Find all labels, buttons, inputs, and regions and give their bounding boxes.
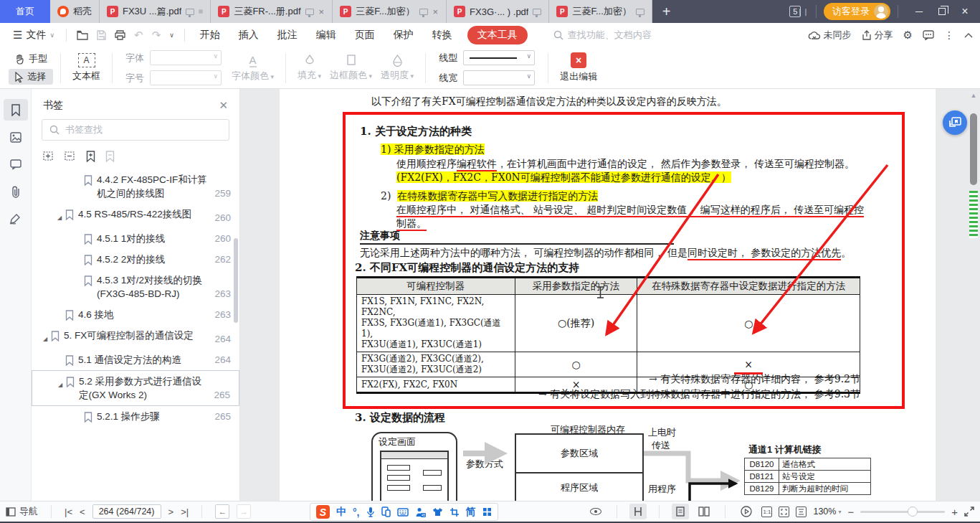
expand-triangle-icon[interactable]: ◢ <box>57 211 65 225</box>
tab-home[interactable]: 首页 <box>0 0 50 23</box>
redo-icon[interactable]: ↷ <box>152 29 161 42</box>
fullscreen-button[interactable] <box>964 506 974 517</box>
opacity-button[interactable]: 透明度 ▾ <box>376 54 418 82</box>
sogou-logo-icon[interactable]: S <box>316 505 330 519</box>
play-read-button[interactable] <box>738 504 755 519</box>
comments-panel-button[interactable] <box>4 154 28 175</box>
save-icon[interactable] <box>97 30 106 40</box>
tab-document-5[interactable]: PFX3G·... ) .pdf <box>447 0 549 23</box>
first-page-button[interactable]: |< <box>65 506 72 517</box>
tab-document-3[interactable]: P三菱FR-...册.pdf× <box>211 0 333 23</box>
fit-page-button[interactable] <box>779 506 789 517</box>
bookmark-item[interactable]: 4.6 接地263 <box>32 304 239 325</box>
attachments-panel-button[interactable] <box>4 181 28 202</box>
tab-document-6[interactable]: P三菱F...加密） <box>549 0 652 23</box>
last-page-button[interactable]: >| <box>181 506 189 517</box>
ime-punctuation[interactable]: °, <box>353 506 360 518</box>
actual-size-button[interactable]: 1:1 <box>761 506 772 517</box>
tab-document-2[interactable]: PFX3U ...篇.pdf <box>100 0 211 23</box>
view-back-button[interactable]: ← <box>215 504 229 519</box>
bookmark-item[interactable]: ◢4.5 RS-485/RS-422接线图260 <box>32 204 239 228</box>
collapse-all-button[interactable] <box>65 151 76 162</box>
ime-skin-person-icon[interactable]: 45 <box>415 507 426 517</box>
fit-width-button[interactable] <box>796 506 807 517</box>
menu-item-1[interactable]: 插入 <box>229 29 268 42</box>
tab-close-icon[interactable]: × <box>318 6 325 17</box>
vertical-scrollbar[interactable]: ▲ <box>969 92 978 498</box>
expand-triangle-icon[interactable]: ◢ <box>43 332 50 346</box>
line-width-dropdown[interactable] <box>463 70 535 85</box>
line-type-dropdown[interactable] <box>463 50 535 65</box>
close-panel-icon[interactable]: ✕ <box>219 99 228 112</box>
undo-icon[interactable]: ↶ <box>134 29 143 42</box>
menu-item-2[interactable]: 批注 <box>268 29 307 42</box>
minimize-button[interactable]: ─ <box>908 1 930 22</box>
textbox-button[interactable]: A 文本框 <box>68 53 105 83</box>
tab-list-button[interactable]: 5 ❘❘ <box>789 6 809 17</box>
file-menu[interactable]: ☰ 文件 ∨ <box>7 29 60 42</box>
font-family-dropdown[interactable] <box>150 50 222 65</box>
zoom-in-button[interactable]: + <box>951 506 958 518</box>
bookmark-item[interactable]: 4.5.2 2对的接线262 <box>32 249 239 270</box>
print-icon[interactable] <box>115 30 125 40</box>
ime-mic-icon[interactable] <box>366 506 375 517</box>
scrollbar-thumb[interactable] <box>970 113 977 185</box>
remove-bookmark-button[interactable] <box>105 151 115 162</box>
comment-feedback-icon[interactable] <box>923 30 934 40</box>
bookmark-item[interactable]: 4.5.3 1对/2对接线的切换(FX3G-485-BD-RJ)263 <box>32 270 239 304</box>
more-menu-icon[interactable]: ⋮ <box>944 29 954 41</box>
bookmark-scrollbar[interactable] <box>234 238 238 323</box>
zoom-slider-knob[interactable] <box>908 506 918 517</box>
tab-docer[interactable]: 稻壳 <box>50 0 100 23</box>
thumbnails-panel-button[interactable] <box>4 126 28 148</box>
bookmark-item[interactable]: ◢5. FX可编程控制器的通信设定264 <box>32 325 239 349</box>
share-button[interactable]: 分享 <box>862 29 893 42</box>
menu-item-5[interactable]: 保护 <box>384 29 423 42</box>
view-forward-button[interactable]: → <box>237 504 251 519</box>
single-page-button[interactable] <box>672 504 689 519</box>
global-search[interactable]: 查找功能、文档内容 <box>553 29 652 42</box>
menu-item-4[interactable]: 页面 <box>346 29 384 42</box>
expand-triangle-icon[interactable]: ◢ <box>58 378 65 392</box>
page-number-input[interactable]: 264 (264/724) <box>92 504 161 519</box>
ime-screenshot-icon[interactable] <box>449 507 460 517</box>
bookmark-search-input[interactable]: 书签查找 <box>42 119 229 141</box>
bookmark-item[interactable]: 5.2.1 操作步骤265 <box>32 406 239 427</box>
bookmark-item[interactable]: 4.5.1 1对的接线260 <box>32 228 239 249</box>
zoom-slider[interactable] <box>860 511 945 513</box>
guest-login-button[interactable]: 访客登录 <box>824 3 890 20</box>
bookmark-item[interactable]: 5.1 通信设定方法的构造264 <box>32 349 239 370</box>
next-page-button[interactable]: > <box>168 506 174 517</box>
bookmarks-panel-button[interactable] <box>4 99 28 121</box>
font-size-dropdown[interactable] <box>150 70 222 85</box>
tab-document-4[interactable]: P三菱F...加密）× <box>333 0 447 23</box>
ime-simplified-toggle[interactable]: 简 <box>466 506 476 519</box>
settings-gear-icon[interactable]: ⚙ <box>903 29 913 42</box>
zoom-out-button[interactable]: − <box>847 506 854 518</box>
export-image-float-button[interactable] <box>943 110 967 135</box>
add-bookmark-button[interactable] <box>86 151 95 162</box>
navigation-toggle[interactable]: 导航 <box>6 505 38 518</box>
two-page-button[interactable] <box>695 504 713 519</box>
quickbar-more-icon[interactable]: ∨ <box>169 32 174 39</box>
signature-panel-button[interactable] <box>4 208 28 230</box>
menu-item-6[interactable]: 转换 <box>423 29 462 42</box>
bookmark-item[interactable]: 4.4.2 FX-485PC-IF和计算机之间的接线图259 <box>32 169 239 204</box>
expand-all-button[interactable] <box>43 151 54 162</box>
new-tab-button[interactable]: + <box>652 0 681 23</box>
border-color-button[interactable]: 边框颜色 ▾ <box>325 54 376 82</box>
bookmark-item[interactable]: ◢5.2 采用参数方式进行通信设定(GX Works 2)265 <box>32 370 239 406</box>
select-tool-button[interactable]: 选择 <box>9 69 53 85</box>
prev-page-button[interactable]: < <box>80 506 85 517</box>
scroll-up-icon[interactable]: ▲ <box>969 92 978 99</box>
ime-keyboard-icon[interactable] <box>397 508 409 517</box>
menu-item-3[interactable]: 编辑 <box>307 29 346 42</box>
exit-edit-button[interactable]: × 退出编辑 <box>556 52 601 83</box>
scroll-mode-button[interactable] <box>629 504 647 519</box>
font-color-button[interactable]: A 字体颜色 ▾ <box>227 54 278 83</box>
collapse-ribbon-icon[interactable] <box>964 33 973 38</box>
zoom-level-dropdown[interactable]: 130% ▾ <box>813 506 841 517</box>
ime-phone-icon[interactable] <box>381 506 391 517</box>
open-file-icon[interactable] <box>77 30 88 40</box>
ime-toolbox-icon[interactable] <box>482 507 492 517</box>
